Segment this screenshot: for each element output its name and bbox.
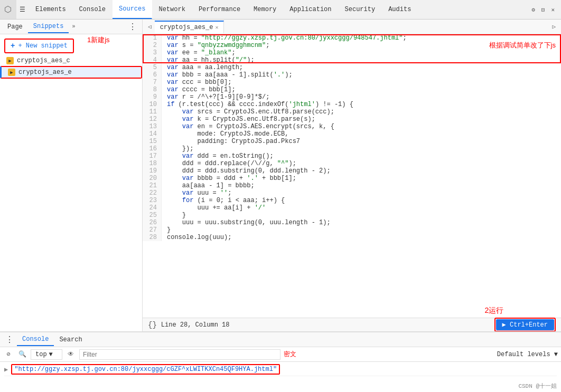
status-bar: {} Line 28, Column 18 2运行 ▶ Ctrl+Enter xyxy=(143,318,561,331)
filter-input[interactable] xyxy=(79,349,280,360)
line-num-17: 17 xyxy=(143,152,162,160)
tab-elements[interactable]: Elements xyxy=(29,0,73,19)
snippet-icon-selected: ▶ xyxy=(8,69,15,76)
sidebar-tab-more-chevron[interactable]: » xyxy=(69,23,78,31)
tab-application[interactable]: Application xyxy=(283,0,338,19)
snippet-cryptojs-aes-e[interactable]: ▶ cryptojs_aes_e xyxy=(0,66,142,79)
line-num-7: 7 xyxy=(143,79,162,86)
console-tabs: ⋮ Console Search xyxy=(0,332,561,347)
console-tab-console[interactable]: Console xyxy=(17,333,54,346)
line-code-17: var ddd = en.toString(); xyxy=(162,152,561,160)
code-tab-left-btn[interactable]: ◁ xyxy=(145,23,155,30)
line-code-14: mode: CryptoJS.mode.ECB, xyxy=(162,130,561,138)
line-code-26: uuu = uuu.substring(0, uuu.length - 1); xyxy=(162,219,561,226)
console-toolbar: ⊘ 🔍 top ▼ 👁 密文 Default levels ▼ xyxy=(0,347,561,362)
close-icon[interactable]: ✕ xyxy=(549,4,557,15)
snippet-name-selected: cryptojs_aes_e xyxy=(18,69,72,76)
devtools-menu-icon[interactable]: ☰ xyxy=(16,0,29,19)
code-tab-cryptojs-aes-e[interactable]: cryptojs_aes_e ✕ xyxy=(155,21,225,33)
sidebar-tab-page[interactable]: Page xyxy=(2,21,28,33)
line-num-22: 22 xyxy=(143,189,162,197)
line-code-27: } xyxy=(162,226,561,234)
console-menu-dots[interactable]: ⋮ xyxy=(2,334,17,345)
code-line-27: 27 } xyxy=(143,226,561,234)
code-line-21: 21 aa[aaa - 1] = bbbb; xyxy=(143,182,561,189)
code-line-22: 22 var uuu = ''; xyxy=(143,189,561,197)
line-code-6: var bbb = aa[aaa - 1].split('.'); xyxy=(162,71,561,79)
line-num-10: 10 xyxy=(143,101,162,108)
console-tab-search[interactable]: Search xyxy=(54,334,87,346)
snippet-cryptojs-aes-c[interactable]: ▶ cryptojs_aes_c xyxy=(0,55,142,66)
sources-panel: Page Snippets » ⋮ + + New snippet 1新建js xyxy=(0,20,561,331)
clear-console-btn[interactable]: ⊘ xyxy=(3,349,14,360)
line-num-23: 23 xyxy=(143,197,162,204)
line-code-12: var k = CryptoJS.enc.Utf8.parse(s); xyxy=(162,116,561,123)
code-line-17: 17 var ddd = en.toString(); xyxy=(143,152,561,160)
line-code-9: var r = /^\+?[1-9][0-9]*$/; xyxy=(162,93,561,101)
code-line-28: 28 console.log(uuu); xyxy=(143,234,561,241)
line-code-23: for (i = 0; i < aaa; i++) { xyxy=(162,197,561,204)
code-line-14: 14 mode: CryptoJS.mode.ECB, xyxy=(143,130,561,138)
tab-network[interactable]: Network xyxy=(152,0,192,19)
line-code-4: var aa = hh.split("/"); xyxy=(162,56,561,64)
sidebar: Page Snippets » ⋮ + + New snippet 1新建js xyxy=(0,20,143,331)
line-code-5: var aaa = aa.length; xyxy=(162,64,561,71)
tab-console[interactable]: Console xyxy=(73,0,113,19)
code-line-7: 7 var ccc = bbb[0]; xyxy=(143,79,561,86)
line-code-15: padding: CryptoJS.pad.Pkcs7 xyxy=(162,138,561,145)
line-code-28: console.log(uuu); xyxy=(162,234,561,241)
line-num-13: 13 xyxy=(143,123,162,130)
sidebar-tab-snippets[interactable]: Snippets xyxy=(28,21,69,33)
context-dropdown[interactable]: top ▼ xyxy=(31,349,62,360)
line-num-11: 11 xyxy=(143,108,162,116)
line-num-2: 2 xyxy=(143,42,162,49)
code-line-26: 26 uuu = uuu.substring(0, uuu.length - 1… xyxy=(143,219,561,226)
filter-toggle-btn[interactable]: 🔍 xyxy=(17,349,27,360)
line-num-8: 8 xyxy=(143,86,162,93)
code-line-20: 20 var bbbb = ddd + '.' + bbb[1]; xyxy=(143,175,561,182)
top-nav-bar: ⬡ ☰ Elements Console Sources Network Per… xyxy=(0,0,561,20)
eye-icon[interactable]: 👁 xyxy=(66,349,76,360)
tab-memory[interactable]: Memory xyxy=(247,0,283,19)
line-code-21: aa[aaa - 1] = bbbb; xyxy=(162,182,561,189)
new-snippet-label: + New snippet xyxy=(18,42,68,50)
tab-sources[interactable]: Sources xyxy=(113,0,152,19)
new-js-annotation: 1新建js xyxy=(87,35,110,45)
code-line-9: 9 var r = /^\+?[1-9][0-9]*$/; xyxy=(143,93,561,101)
line-num-6: 6 xyxy=(143,71,162,79)
new-snippet-button[interactable]: + + New snippet xyxy=(4,39,74,53)
console-section: ⋮ Console Search ⊘ 🔍 top ▼ 👁 密文 xyxy=(0,331,561,392)
code-tab-right-btn[interactable]: ▷ xyxy=(549,23,559,30)
code-line-23: 23 for (i = 0; i < aaa; i++) { xyxy=(143,197,561,204)
line-num-5: 5 xyxy=(143,64,162,71)
line-code-7: var ccc = bbb[0]; xyxy=(162,79,561,86)
format-btn[interactable]: {} xyxy=(148,321,157,329)
code-editor-view[interactable]: 1 var hh = "http://ggzy.xzsp.tj.gov.cn:8… xyxy=(143,34,561,318)
close-tab-btn[interactable]: ✕ xyxy=(215,24,218,31)
default-levels-dropdown[interactable]: Default levels ▼ xyxy=(497,351,558,358)
tab-performance[interactable]: Performance xyxy=(192,0,247,19)
line-code-2: var s = "qnbyzzwmdgghmcnm"; xyxy=(162,42,561,49)
code-line-4: 4 var aa = hh.split("/"); xyxy=(143,56,561,64)
settings-icon[interactable]: ⚙ xyxy=(529,4,537,15)
line-code-11: var srcs = CryptoJS.enc.Utf8.parse(ccc); xyxy=(162,108,561,116)
sidebar-dots-menu[interactable]: ⋮ xyxy=(125,22,140,32)
line-code-16: }); xyxy=(162,145,561,152)
tab-audits[interactable]: Audits xyxy=(382,0,418,19)
code-line-15: 15 padding: CryptoJS.pad.Pkcs7 xyxy=(143,138,561,145)
sidebar-tabs: Page Snippets » ⋮ xyxy=(0,20,142,34)
line-code-10: if (r.test(ccc) && cccc.indexOf('jhtml')… xyxy=(162,101,561,108)
line-num-12: 12 xyxy=(143,116,162,123)
line-num-16: 16 xyxy=(143,145,162,152)
line-code-3: var ee = "_blank"; xyxy=(162,49,561,56)
context-label: top xyxy=(35,351,47,358)
dock-icon[interactable]: ⊡ xyxy=(539,4,547,15)
line-num-25: 25 xyxy=(143,212,162,219)
devtools-icon[interactable]: ⬡ xyxy=(0,0,16,19)
line-num-9: 9 xyxy=(143,93,162,101)
tab-security[interactable]: Security xyxy=(339,0,382,19)
run-button[interactable]: ▶ Ctrl+Enter xyxy=(496,319,554,330)
line-num-24: 24 xyxy=(143,204,162,212)
code-line-16: 16 }); xyxy=(143,145,561,152)
code-line-24: 24 uuu += aa[i] + '/' xyxy=(143,204,561,212)
